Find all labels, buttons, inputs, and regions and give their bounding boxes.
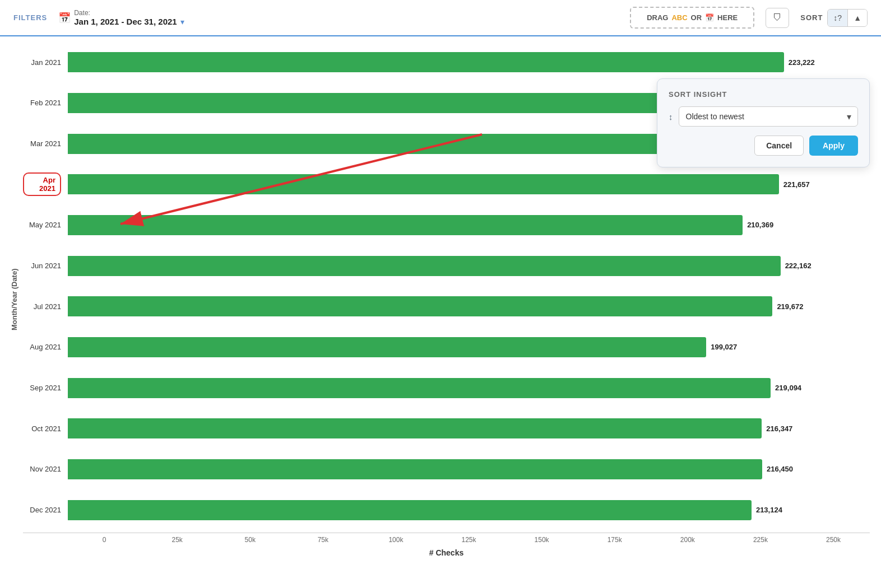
bar-label: Oct 2021 (23, 424, 68, 433)
bar-label: Sep 2021 (23, 384, 68, 392)
drag-drop-zone[interactable]: DRAG ABC OR 📅 HERE (630, 7, 754, 29)
date-chevron-icon: ▾ (180, 17, 184, 26)
bar-label: May 2021 (23, 221, 68, 229)
x-tick: 225k (724, 533, 797, 544)
x-tick: 125k (432, 533, 505, 544)
bar-value: 210,369 (747, 221, 773, 229)
x-tick: 100k (359, 533, 432, 544)
x-tick: 175k (578, 533, 651, 544)
y-axis-label: Month/Year (Date) (6, 42, 23, 557)
popup-actions: Cancel Apply (669, 136, 858, 156)
drag-text1: DRAG (647, 13, 668, 22)
bar-row: Nov 2021216,450 (23, 452, 870, 487)
x-tick: 50k (214, 533, 286, 544)
bar-label: Jan 2021 (23, 58, 68, 67)
bar (68, 256, 781, 276)
chevron-up-icon: ▲ (854, 13, 861, 22)
bar-value: 221,657 (783, 180, 810, 189)
sort-icon: ↕ (669, 112, 673, 122)
bar-label: Dec 2021 (23, 506, 68, 514)
bar-label: Aug 2021 (23, 343, 68, 351)
sort-select[interactable]: Oldest to newest Newest to oldest A to Z… (679, 106, 859, 127)
bar (68, 174, 779, 194)
drag-abc: ABC (671, 13, 687, 22)
sort-select-wrapper: Oldest to newest Newest to oldest A to Z… (679, 106, 859, 127)
bar-row: Apr 2021221,657 (23, 167, 870, 202)
date-filter[interactable]: 📅 Date: Jan 1, 2021 - Dec 31, 2021 ▾ (58, 9, 184, 26)
x-tick: 75k (286, 533, 359, 544)
sort-select-row: ↕ Oldest to newest Newest to oldest A to… (669, 106, 858, 127)
bar-value: 216,450 (767, 465, 793, 473)
sort-asc-button[interactable]: ↕? (828, 10, 848, 26)
bar-wrapper: 223,222 (68, 52, 870, 72)
bar-wrapper: 219,672 (68, 296, 870, 316)
bar (68, 378, 771, 398)
bar-wrapper: 221,657 (68, 174, 870, 194)
bar-wrapper: 213,124 (68, 500, 870, 520)
date-label: Date: (74, 9, 184, 17)
cancel-button[interactable]: Cancel (754, 136, 804, 156)
sort-btn-group: ↕? ▲ (827, 9, 868, 27)
bar-label: Nov 2021 (23, 465, 68, 473)
bar-row: Dec 2021213,124 (23, 493, 870, 528)
bar-value: 219,672 (777, 302, 803, 311)
sort-section: SORT ↕? ▲ (800, 9, 868, 27)
x-tick: 25k (141, 533, 214, 544)
bar-value: 213,124 (756, 506, 782, 514)
bar-label: Feb 2021 (23, 99, 68, 107)
top-bar: FILTERS 📅 Date: Jan 1, 2021 - Dec 31, 20… (0, 0, 881, 36)
drag-here: HERE (717, 13, 738, 22)
bar-value: 223,222 (789, 58, 815, 67)
bar-value: 216,347 (766, 424, 792, 433)
bar-wrapper: 216,347 (68, 418, 870, 438)
sort-insight-popup: SORT INSIGHT ↕ Oldest to newest Newest t… (657, 78, 870, 167)
sort-label: SORT (800, 13, 823, 22)
calendar-icon: 📅 (58, 12, 71, 24)
sort-asc-icon: ↕? (833, 13, 842, 22)
x-axis: 025k50k75k100k125k150k175k200k225k250k (23, 533, 870, 544)
x-tick: 0 (68, 533, 141, 544)
drag-calendar-icon: 📅 (705, 13, 714, 22)
x-axis-label: # Checks (23, 544, 870, 557)
x-tick: 150k (506, 533, 578, 544)
date-value: Jan 1, 2021 - Dec 31, 2021 (74, 17, 177, 26)
bar (68, 215, 743, 235)
bar-wrapper: 199,027 (68, 337, 870, 357)
bar-label: Mar 2021 (23, 139, 68, 148)
apply-button[interactable]: Apply (809, 136, 858, 156)
bar-wrapper: 210,369 (68, 215, 870, 235)
bar-row: Aug 2021199,027 (23, 330, 870, 365)
bar (68, 296, 772, 316)
filters-label[interactable]: FILTERS (13, 13, 47, 22)
bar-value: 222,162 (785, 262, 812, 270)
bar-row: Jul 2021219,672 (23, 289, 870, 324)
sort-chevron-up-button[interactable]: ▲ (848, 10, 867, 26)
bar-value: 199,027 (711, 343, 737, 351)
sort-popup-title: SORT INSIGHT (669, 90, 858, 99)
drag-text2: OR (691, 13, 702, 22)
bar-row: Sep 2021219,094 (23, 371, 870, 405)
filter-icon: ⛉ (773, 13, 782, 23)
bar-row: May 2021210,369 (23, 208, 870, 242)
x-tick: 250k (797, 533, 870, 544)
bar (68, 337, 706, 357)
bar (68, 52, 784, 72)
bar-label: Apr 2021 (23, 172, 68, 196)
bar-wrapper: 222,162 (68, 256, 870, 276)
bar-label: Jul 2021 (23, 302, 68, 311)
bar-row: Jun 2021222,162 (23, 249, 870, 283)
bar-wrapper: 216,450 (68, 459, 870, 479)
bar (68, 418, 762, 438)
bar-row: Oct 2021216,347 (23, 411, 870, 446)
chart-area: SORT INSIGHT ↕ Oldest to newest Newest t… (0, 36, 881, 574)
x-tick: 200k (651, 533, 724, 544)
filter-button[interactable]: ⛉ (766, 8, 789, 28)
bar-wrapper: 219,094 (68, 378, 870, 398)
bar-row: Jan 2021223,222 (23, 45, 870, 80)
bar-label: Jun 2021 (23, 262, 68, 270)
bar (68, 134, 752, 154)
bar-value: 219,094 (775, 384, 801, 392)
bar (68, 500, 752, 520)
bar (68, 459, 762, 479)
